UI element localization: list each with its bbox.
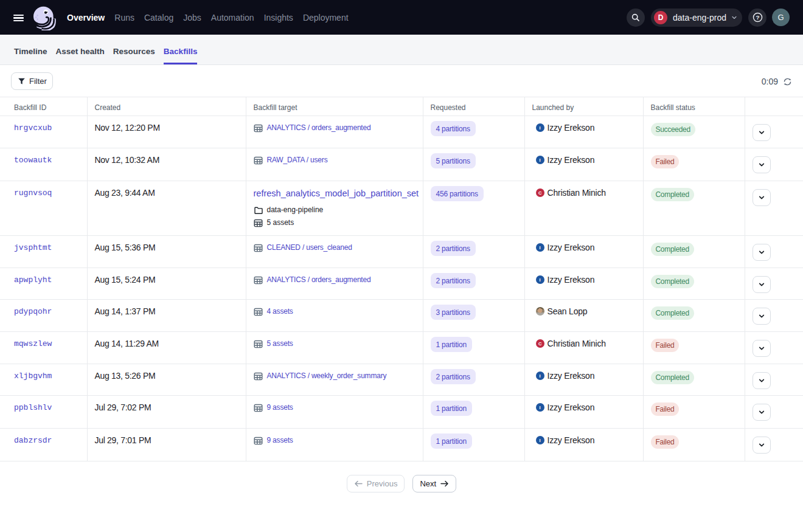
svg-text:?: ? <box>756 14 759 21</box>
